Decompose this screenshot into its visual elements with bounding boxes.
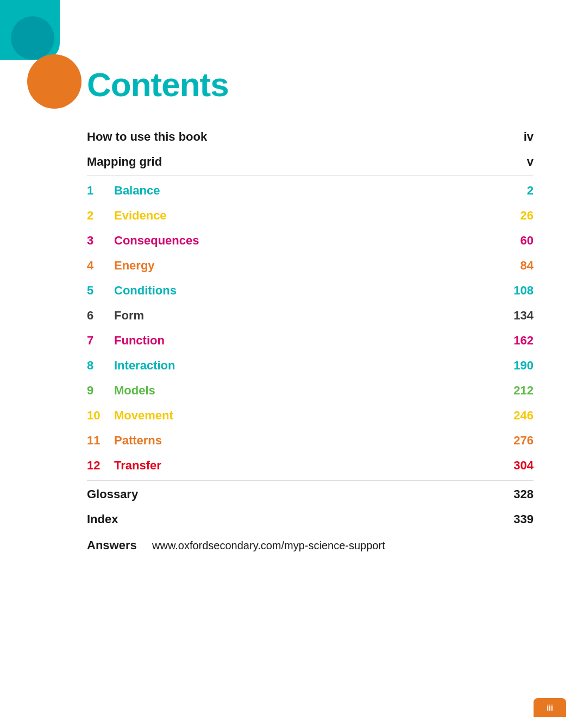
chapter-row-12: 12 Transfer 304	[87, 453, 534, 478]
chapter-label-11: Patterns	[114, 434, 501, 448]
chapter-row-8: 8 Interaction 190	[87, 353, 534, 378]
chapter-page-10: 246	[501, 409, 534, 423]
glossary-label: Glossary	[87, 487, 501, 501]
chapter-num-12: 12	[87, 459, 114, 473]
chapter-page-2: 26	[501, 209, 534, 223]
chapter-num-7: 7	[87, 334, 114, 348]
chapter-page-4: 84	[501, 259, 534, 273]
chapter-num-1: 1	[87, 184, 114, 198]
divider-1	[87, 175, 534, 176]
chapter-label-6: Form	[114, 309, 501, 323]
chapter-row-3: 3 Consequences 60	[87, 228, 534, 253]
answers-row: Answers www.oxfordsecondary.com/myp-scie…	[87, 533, 534, 558]
mapping-grid-label: Mapping grid	[87, 155, 501, 169]
divider-2	[87, 480, 534, 481]
chapter-row-2: 2 Evidence 26	[87, 203, 534, 228]
chapter-page-5: 108	[501, 284, 534, 298]
main-content: Contents How to use this book iv Mapping…	[87, 65, 534, 558]
chapter-row-7: 7 Function 162	[87, 328, 534, 353]
chapter-num-11: 11	[87, 434, 114, 448]
mapping-grid-page: v	[501, 155, 534, 169]
glossary-row: Glossary 328	[87, 483, 534, 506]
page-number: iii	[547, 704, 553, 712]
answers-url: www.oxfordsecondary.com/myp-science-supp…	[152, 539, 534, 552]
chapter-page-3: 60	[501, 234, 534, 248]
chapter-page-12: 304	[501, 459, 534, 473]
chapter-label-10: Movement	[114, 409, 501, 423]
page-number-area: iii	[534, 698, 566, 717]
chapter-label-4: Energy	[114, 259, 501, 273]
chapter-num-10: 10	[87, 409, 114, 423]
deco-teal-circle	[11, 16, 54, 60]
glossary-page: 328	[501, 487, 534, 501]
chapter-num-4: 4	[87, 259, 114, 273]
deco-orange-circle	[27, 54, 81, 109]
chapter-page-7: 162	[501, 334, 534, 348]
chapter-label-8: Interaction	[114, 359, 501, 373]
chapter-row-1: 1 Balance 2	[87, 178, 534, 203]
chapter-page-11: 276	[501, 434, 534, 448]
chapter-row-9: 9 Models 212	[87, 378, 534, 403]
chapter-label-12: Transfer	[114, 459, 501, 473]
chapter-row-11: 11 Patterns 276	[87, 428, 534, 453]
index-page: 339	[501, 512, 534, 526]
chapter-row-4: 4 Energy 84	[87, 253, 534, 278]
chapter-row-5: 5 Conditions 108	[87, 278, 534, 303]
chapter-num-5: 5	[87, 284, 114, 298]
chapter-label-1: Balance	[114, 184, 501, 198]
chapter-row-10: 10 Movement 246	[87, 403, 534, 428]
chapter-num-8: 8	[87, 359, 114, 373]
chapter-page-1: 2	[501, 184, 534, 198]
answers-label: Answers	[87, 538, 152, 553]
chapter-label-5: Conditions	[114, 284, 501, 298]
chapter-label-2: Evidence	[114, 209, 501, 223]
chapter-num-9: 9	[87, 384, 114, 398]
toc-header-row-2: Mapping grid v	[87, 150, 534, 173]
chapter-label-9: Models	[114, 384, 501, 398]
chapter-page-6: 134	[501, 309, 534, 323]
index-row: Index 339	[87, 508, 534, 531]
chapter-label-7: Function	[114, 334, 501, 348]
table-of-contents: How to use this book iv Mapping grid v 1…	[87, 125, 534, 558]
chapter-row-6: 6 Form 134	[87, 303, 534, 328]
toc-header-row-1: How to use this book iv	[87, 125, 534, 148]
page-title: Contents	[87, 65, 534, 104]
chapter-label-3: Consequences	[114, 234, 501, 248]
chapter-page-9: 212	[501, 384, 534, 398]
how-to-use-label: How to use this book	[87, 130, 501, 144]
chapter-page-8: 190	[501, 359, 534, 373]
index-label: Index	[87, 512, 501, 526]
chapter-num-3: 3	[87, 234, 114, 248]
how-to-use-page: iv	[501, 130, 534, 144]
chapter-num-6: 6	[87, 309, 114, 323]
chapter-num-2: 2	[87, 209, 114, 223]
